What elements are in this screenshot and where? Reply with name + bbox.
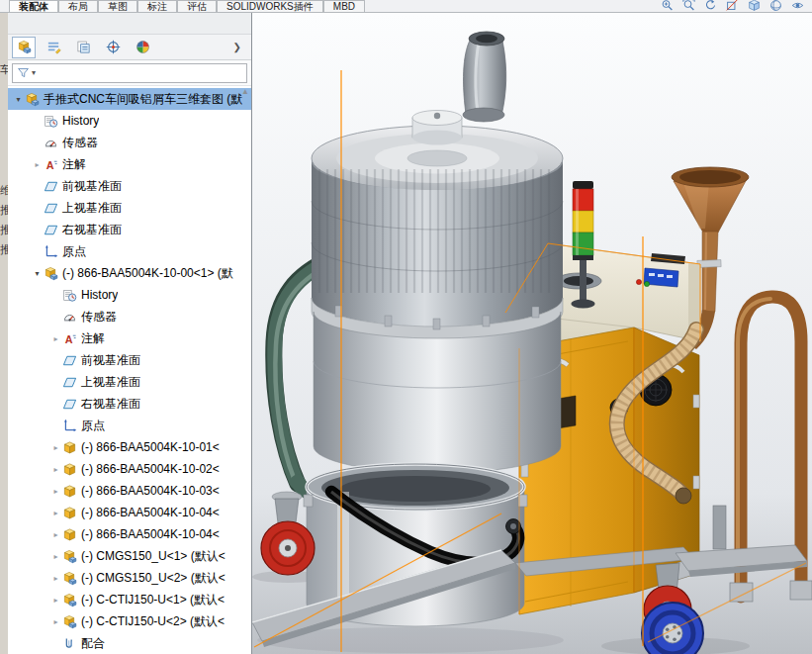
tree-item[interactable]: ▾手推式CNC车间吸铝屑车三维套图 (默 — [8, 88, 251, 110]
section-view-icon[interactable] — [726, 0, 739, 12]
menu-tab-assembly[interactable]: 装配体 — [9, 0, 58, 12]
tab-dimxpertmanager[interactable] — [101, 37, 125, 58]
tree-item[interactable]: ▾(-) 866-BAA5004K-10-00<1> (默 — [8, 262, 251, 284]
tree-item[interactable]: 原点 — [8, 240, 251, 262]
tree-filter-row: ▾ — [8, 60, 251, 86]
plane-icon — [62, 396, 79, 412]
tree-item[interactable]: ▸A注解 — [8, 153, 251, 175]
command-tab-bar: 装配体布局草图标注评估SOLIDWORKS插件MBD — [0, 0, 812, 13]
annotations-icon: A — [44, 156, 60, 172]
expand-arrow[interactable]: ▸ — [31, 160, 44, 169]
tree-item[interactable]: ▸(-) C-CTIJ150-U<2> (默认< — [8, 610, 251, 632]
tab-displaymanager[interactable] — [131, 37, 154, 58]
model-canvas — [252, 13, 812, 654]
svg-text:A: A — [46, 158, 54, 170]
menu-tab-mbd[interactable]: MBD — [323, 0, 365, 12]
tree-item-label: (-) C-CTIJ150-U<1> (默认< — [79, 592, 225, 608]
tree-item-label: (-) 866-BAA5004K-10-04< — [79, 527, 220, 541]
previous-view-icon[interactable] — [704, 0, 717, 12]
tree-item[interactable]: ▸(-) 866-BAA5004K-10-04< — [8, 502, 251, 523]
tree-item[interactable]: 原点 — [8, 415, 251, 436]
tree-item[interactable]: 前视基准面 — [8, 349, 251, 371]
tree-item-label: 配合 — [79, 635, 105, 652]
tab-featuremanager[interactable] — [12, 37, 36, 58]
tree-item[interactable]: ▸(-) 866-BAA5004K-10-04< — [8, 523, 251, 545]
feature-tree: ▲ ▾手推式CNC车间吸铝屑车三维套图 (默History传感器▸A注解前视基准… — [8, 86, 251, 654]
expand-arrow[interactable]: ▸ — [49, 617, 62, 626]
tree-item[interactable]: History — [8, 284, 251, 306]
tree-item-label: (-) 866-BAA5004K-10-00<1> (默 — [60, 265, 233, 282]
menu-tab-annotate[interactable]: 标注 — [137, 0, 177, 12]
tree-item[interactable]: History — [8, 110, 251, 132]
part-icon — [62, 483, 79, 499]
history-icon — [44, 113, 60, 129]
tree-item[interactable]: ▸(-) 866-BAA5004K-10-01< — [8, 436, 251, 458]
tree-item-label: 右视基准面 — [79, 396, 140, 413]
expand-arrow[interactable]: ▸ — [49, 552, 62, 561]
expand-arrow[interactable]: ▸ — [49, 334, 62, 343]
expand-arrow[interactable]: ▸ — [49, 574, 62, 583]
tree-item[interactable]: 配合 — [8, 632, 251, 654]
tree-item-label: (-) 866-BAA5004K-10-01< — [79, 440, 220, 454]
display-style-icon[interactable] — [769, 0, 782, 12]
panel-expand-chevron[interactable]: ❯ — [227, 42, 247, 52]
tree-item[interactable]: 右视基准面 — [8, 219, 251, 240]
zoom-in-icon[interactable] — [661, 0, 674, 12]
tree-item[interactable]: ▸(-) CMGS150_U<1> (默认< — [8, 545, 251, 567]
tree-item[interactable]: ▸A注解 — [8, 327, 251, 349]
expand-arrow[interactable]: ▸ — [49, 596, 62, 605]
expand-arrow[interactable]: ▸ — [49, 530, 62, 539]
expand-arrow[interactable]: ▸ — [49, 509, 62, 517]
assembly-icon — [62, 592, 79, 607]
tree-item-label: 注解 — [60, 156, 86, 173]
clipped-background-label: 推 — [0, 223, 8, 237]
expand-arrow[interactable]: ▾ — [31, 269, 44, 278]
expand-arrow[interactable]: ▸ — [49, 487, 62, 496]
tree-scroll-up[interactable]: ▲ — [241, 87, 249, 96]
tree-item-label: (-) C-CTIJ150-U<2> (默认< — [79, 613, 225, 630]
tree-item[interactable]: 传感器 — [8, 132, 251, 153]
panel-tab-strip: ❯ — [8, 35, 251, 60]
tree-item-label: 前视基准面 — [79, 352, 140, 369]
assembly-icon — [44, 265, 60, 281]
tree-item-label: 注解 — [79, 330, 105, 347]
tree-item[interactable]: ▸(-) CMGS150_U<2> (默认< — [8, 567, 251, 589]
assembly-icon — [62, 548, 79, 564]
plane-icon — [44, 200, 60, 216]
tree-item-label: 前视基准面 — [60, 178, 122, 195]
expand-arrow[interactable]: ▸ — [49, 443, 62, 452]
tab-configurationmanager[interactable] — [71, 37, 95, 58]
zoom-fit-icon[interactable] — [682, 0, 695, 12]
tree-item[interactable]: 上视基准面 — [8, 371, 251, 393]
annotations-icon: A — [62, 330, 79, 346]
tree-item[interactable]: ▸(-) 866-BAA5004K-10-03< — [8, 480, 251, 502]
tree-item[interactable]: 上视基准面 — [8, 197, 251, 219]
filter-funnel-icon — [17, 66, 30, 79]
tree-item-label: 手推式CNC车间吸铝屑车三维套图 (默 — [42, 91, 242, 108]
tree-item[interactable]: 传感器 — [8, 306, 251, 327]
menu-tab-solidworks-addins[interactable]: SOLIDWORKS插件 — [217, 0, 323, 12]
hide-show-icon[interactable] — [791, 0, 804, 12]
view-orientation-icon[interactable] — [748, 0, 761, 12]
tree-item[interactable]: ▸(-) C-CTIJ150-U<1> (默认< — [8, 589, 251, 610]
tree-item[interactable]: 右视基准面 — [8, 393, 251, 415]
tree-filter-input[interactable]: ▾ — [12, 63, 247, 83]
sensors-icon — [44, 135, 60, 150]
tree-item-label: 上视基准面 — [79, 374, 140, 391]
plane-icon — [62, 374, 79, 390]
filter-caret-icon[interactable]: ▾ — [32, 68, 36, 77]
origin-icon — [62, 418, 79, 433]
menu-tab-sketch[interactable]: 草图 — [98, 0, 137, 12]
tree-item[interactable]: ▸(-) 866-BAA5004K-10-02< — [8, 458, 251, 480]
menu-tab-layout[interactable]: 布局 — [58, 0, 98, 12]
menu-tab-evaluate[interactable]: 评估 — [177, 0, 217, 12]
tab-propertymanager[interactable] — [42, 37, 65, 58]
tree-item-label: (-) 866-BAA5004K-10-02< — [79, 462, 220, 476]
origin-icon — [44, 243, 60, 259]
tree-item-label: History — [60, 114, 99, 128]
expand-arrow[interactable]: ▸ — [49, 465, 62, 474]
tree-item[interactable]: 前视基准面 — [8, 175, 251, 197]
expand-arrow[interactable]: ▾ — [12, 95, 25, 104]
viewport-3d[interactable] — [252, 13, 812, 654]
tree-item-label: (-) CMGS150_U<1> (默认< — [79, 548, 226, 565]
